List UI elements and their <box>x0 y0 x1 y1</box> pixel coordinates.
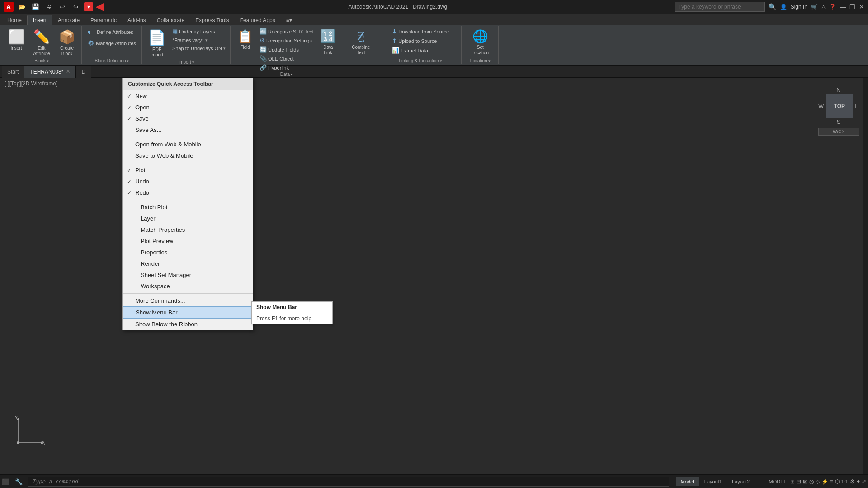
data-link-btn[interactable]: 🔢 DataLink <box>317 27 339 57</box>
search-icon[interactable]: 🔍 <box>769 3 776 10</box>
tab-expresstools[interactable]: Express Tools <box>190 15 234 25</box>
status-grid-icon[interactable]: ⊞ <box>790 479 795 485</box>
dd-show-menu-bar[interactable]: Show Menu Bar <box>123 306 253 319</box>
set-location-btn[interactable]: 🌐 SetLocation <box>470 27 491 58</box>
extract-data-btn[interactable]: 📊 Extract Data <box>390 46 451 55</box>
layout2-tab[interactable]: Layout2 <box>727 477 754 486</box>
recognition-settings-btn[interactable]: ⚙ Recognition Settings <box>258 36 316 45</box>
update-fields-btn[interactable]: 🔄 Update Fields <box>258 45 316 54</box>
search-input[interactable] <box>675 2 765 12</box>
manage-attributes-btn[interactable]: ⚙ Manage Attributes <box>86 38 138 48</box>
tab-featuredapps[interactable]: Featured Apps <box>235 15 281 25</box>
status-snap-icon[interactable]: ⊟ <box>797 479 801 485</box>
sign-in-btn[interactable]: Sign In <box>791 4 807 10</box>
status-polar-icon[interactable]: ◎ <box>809 479 814 485</box>
account-icon[interactable]: 👤 <box>780 4 787 10</box>
status-lw-icon[interactable]: ≡ <box>830 479 833 485</box>
status-scale-label[interactable]: 1:1 <box>841 479 848 484</box>
dd-show-below[interactable]: Show Below the Ribbon <box>123 319 253 330</box>
tab-home[interactable]: Home <box>2 15 27 25</box>
data-group-expand[interactable]: ▾ <box>291 72 293 77</box>
location-group-expand[interactable]: ▾ <box>488 59 491 63</box>
tab-collaborate[interactable]: Collaborate <box>151 15 190 25</box>
qat-undo-btn[interactable]: ↩ <box>57 1 68 12</box>
autodesk-icon[interactable]: △ <box>821 4 826 10</box>
help-icon[interactable]: ❓ <box>829 4 836 10</box>
close-btn[interactable]: ✕ <box>859 3 864 10</box>
insert-btn[interactable]: ⬜ Insert <box>5 27 28 52</box>
dd-open-web[interactable]: Open from Web & Mobile <box>123 139 253 150</box>
command-search-icon[interactable]: 🔧 <box>15 478 23 485</box>
wcs-btn[interactable]: W/CS <box>818 128 859 136</box>
status-ortho-icon[interactable]: ⊠ <box>803 479 807 485</box>
download-source-btn[interactable]: ⬇ Download from Source <box>390 27 451 36</box>
dd-new[interactable]: ✓ New <box>123 90 253 102</box>
qat-open-btn[interactable]: 📂 <box>16 1 27 12</box>
ole-object-btn[interactable]: 📎 OLE Object <box>258 54 316 63</box>
combine-text-btn[interactable]: Ꙃ CombineText <box>350 27 372 63</box>
dd-match-properties[interactable]: Match Properties <box>123 224 253 235</box>
snap-dropdown[interactable]: ▾ <box>223 46 226 51</box>
qat-customize-btn[interactable]: ▾ <box>84 2 93 11</box>
create-block-btn[interactable]: 📦 CreateBlock <box>55 27 79 58</box>
dd-render[interactable]: Render <box>123 258 253 269</box>
tab-menu[interactable]: ≡▾ <box>281 15 297 25</box>
dd-more-commands[interactable]: More Commands... <box>123 295 253 306</box>
pdf-import-btn[interactable]: 📄 PDFImport <box>145 27 169 60</box>
dd-undo[interactable]: ✓ Undo <box>123 176 253 187</box>
dd-properties[interactable]: Properties <box>123 247 253 258</box>
cube-face-top[interactable]: TOP <box>826 94 853 118</box>
tab-d[interactable]: D <box>76 66 91 78</box>
tab-insert[interactable]: Insert <box>27 15 52 25</box>
field-btn[interactable]: 📋 Field <box>234 27 256 52</box>
block-group-expand[interactable]: ▾ <box>47 59 49 63</box>
hyperlink-btn[interactable]: 🔗 Hyperlink <box>258 63 316 72</box>
store-icon[interactable]: 🛒 <box>811 4 818 10</box>
dd-save[interactable]: ✓ Save <box>123 113 253 124</box>
layout1-tab[interactable]: Layout1 <box>700 477 726 486</box>
dd-plot-preview[interactable]: Plot Preview <box>123 235 253 247</box>
qat-save-btn[interactable]: 💾 <box>30 1 41 12</box>
dd-redo[interactable]: ✓ Redo <box>123 187 253 198</box>
import-group-expand[interactable]: ▾ <box>192 60 194 65</box>
command-input[interactable]: Type a command <box>28 477 669 487</box>
linking-group-expand[interactable]: ▾ <box>440 59 442 63</box>
dd-batch-plot[interactable]: Batch Plot <box>123 202 253 213</box>
blockdef-group-expand[interactable]: ▾ <box>127 59 129 63</box>
status-settings-icon[interactable]: ⚙ <box>850 479 855 485</box>
underlay-layers-btn[interactable]: ▦ Underlay Layers <box>170 27 227 36</box>
minimize-btn[interactable]: — <box>840 3 846 10</box>
status-fullscreen-icon[interactable]: ⤢ <box>862 479 866 485</box>
add-layout-btn[interactable]: + <box>755 477 763 486</box>
frames-vary-btn[interactable]: *Frames vary* ▾ <box>170 37 227 44</box>
upload-source-btn[interactable]: ⬆ Upload to Source <box>390 37 451 45</box>
tab-drawing[interactable]: TEHRAN008* ✕ <box>24 66 76 78</box>
maximize-btn[interactable]: ❐ <box>849 3 855 10</box>
tab-addins[interactable]: Add-ins <box>122 15 151 25</box>
layout-model-tab[interactable]: Model <box>676 477 699 486</box>
snap-underlays-btn[interactable]: Snap to Underlays ON ▾ <box>170 45 227 52</box>
frames-dropdown[interactable]: ▾ <box>205 38 208 42</box>
define-attributes-btn[interactable]: 🏷 Define Attributes <box>86 27 138 37</box>
qat-print-btn[interactable]: 🖨 <box>43 1 54 12</box>
status-add-icon[interactable]: + <box>857 479 860 485</box>
tab-annotate[interactable]: Annotate <box>52 15 85 25</box>
dd-layer[interactable]: Layer <box>123 213 253 224</box>
qat-redo-btn[interactable]: ↪ <box>71 1 81 12</box>
dd-save-web[interactable]: Save to Web & Mobile <box>123 150 253 161</box>
status-model-label[interactable]: MODEL <box>767 479 788 484</box>
tab-drawing-close[interactable]: ✕ <box>66 69 70 75</box>
dd-open[interactable]: ✓ Open <box>123 102 253 113</box>
tab-start[interactable]: Start <box>2 66 24 78</box>
dd-plot[interactable]: ✓ Plot <box>123 164 253 176</box>
tab-parametric[interactable]: Parametric <box>85 15 122 25</box>
dd-save-as[interactable]: Save As... <box>123 124 253 136</box>
status-trans-icon[interactable]: ⬡ <box>835 479 840 485</box>
command-expander[interactable]: ⬛ <box>2 478 9 485</box>
status-dyn-icon[interactable]: ⚡ <box>821 479 828 485</box>
right-scrollbar[interactable] <box>863 78 868 488</box>
recognize-shx-btn[interactable]: 🔤 Recognize SHX Text <box>258 27 316 36</box>
dd-sheet-set[interactable]: Sheet Set Manager <box>123 269 253 281</box>
edit-attribute-btn[interactable]: ✏️ EditAttribute <box>30 27 53 58</box>
dd-workspace[interactable]: Workspace <box>123 281 253 292</box>
